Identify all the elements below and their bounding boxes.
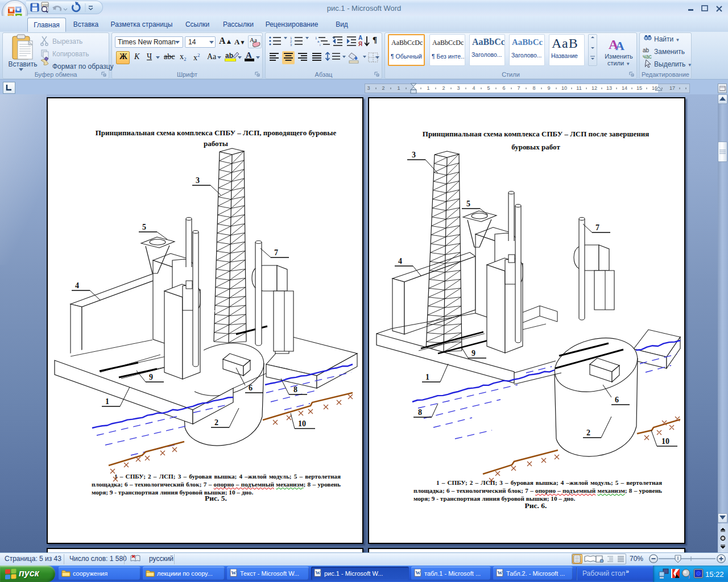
svg-text:5: 5 xyxy=(487,85,490,91)
svg-text:9: 9 xyxy=(149,373,153,381)
svg-text:5: 5 xyxy=(142,223,146,231)
svg-text:4: 4 xyxy=(472,85,475,91)
svg-text:3: 3 xyxy=(196,176,200,185)
svg-text:2: 2 xyxy=(442,85,445,91)
svg-text:7: 7 xyxy=(595,223,599,232)
svg-text:2: 2 xyxy=(586,429,590,437)
svg-text:i: i xyxy=(320,43,320,47)
svg-text:W: W xyxy=(498,570,503,576)
svg-text:10: 10 xyxy=(561,85,567,91)
svg-text:11: 11 xyxy=(576,85,581,91)
svg-text:17: 17 xyxy=(669,85,675,91)
svg-text:W: W xyxy=(231,570,237,576)
svg-text:14: 14 xyxy=(622,85,627,91)
svg-text:1: 1 xyxy=(427,85,429,91)
svg-text:13: 13 xyxy=(606,85,612,91)
svg-text:2: 2 xyxy=(214,418,218,427)
svg-text:6: 6 xyxy=(502,85,505,91)
svg-text:4: 4 xyxy=(398,257,402,265)
svg-text:W: W xyxy=(416,570,421,576)
svg-text:9: 9 xyxy=(471,349,475,357)
svg-text:8: 8 xyxy=(293,385,297,394)
svg-text:15: 15 xyxy=(636,85,642,91)
svg-text:9: 9 xyxy=(547,85,550,91)
svg-text:8: 8 xyxy=(532,85,535,91)
svg-text:3: 3 xyxy=(290,43,292,47)
svg-text:3: 3 xyxy=(412,151,416,159)
svg-text:7: 7 xyxy=(274,248,278,257)
svg-text:12: 12 xyxy=(592,85,597,91)
svg-text:4: 4 xyxy=(75,281,79,290)
svg-text:3: 3 xyxy=(367,85,370,91)
svg-text:7: 7 xyxy=(517,85,520,91)
svg-text:2: 2 xyxy=(382,85,384,91)
svg-text:6: 6 xyxy=(615,396,619,404)
svg-text:5: 5 xyxy=(466,199,470,208)
svg-text:1: 1 xyxy=(397,85,400,91)
svg-text:6: 6 xyxy=(249,384,253,392)
svg-text:W: W xyxy=(316,570,321,576)
svg-text:1: 1 xyxy=(105,397,109,406)
svg-text:10: 10 xyxy=(298,419,306,428)
svg-text:A: A xyxy=(615,39,624,52)
svg-text:10: 10 xyxy=(661,437,669,446)
svg-text:8: 8 xyxy=(418,408,422,417)
svg-text:1: 1 xyxy=(425,373,429,381)
svg-text:3: 3 xyxy=(457,85,460,91)
